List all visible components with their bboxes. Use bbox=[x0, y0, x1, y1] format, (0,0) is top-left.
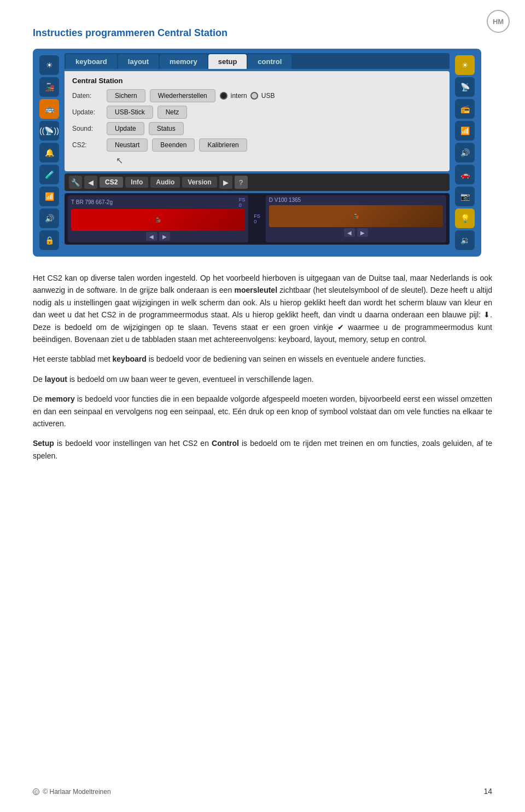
cs2-main: keyboard layout memory setup control Cen… bbox=[65, 53, 450, 252]
bold-layout: layout bbox=[45, 375, 67, 384]
tab-memory[interactable]: memory bbox=[160, 54, 207, 69]
copyright-icon: © bbox=[33, 788, 39, 795]
cs2-interface: ☀ 🚂 🚌 ((📡)) 🔔 🧪 📶 🔊 🔒 keyboard layout me… bbox=[33, 49, 481, 257]
row-update: Update: USB-Stick Netz bbox=[72, 106, 442, 119]
train-2-image: 🚂 bbox=[269, 205, 443, 227]
tab-layout[interactable]: layout bbox=[118, 54, 159, 69]
btn-neustart[interactable]: Neustart bbox=[107, 138, 148, 152]
btn-usb-stick[interactable]: USB-Stick bbox=[107, 106, 153, 119]
nav-btn-info[interactable]: Info bbox=[125, 177, 148, 188]
train-card-2: D V100 1365 🚂 ◀ ▶ bbox=[266, 195, 446, 242]
cursor-icon: ↖ bbox=[116, 155, 123, 166]
footer: © © Harlaar Modeltreinen bbox=[33, 788, 111, 796]
train-2-name: D V100 1365 bbox=[269, 197, 301, 203]
page-number: 14 bbox=[483, 787, 492, 796]
sidebar-icon-wifi[interactable]: 📶 bbox=[39, 187, 59, 206]
tab-keyboard[interactable]: keyboard bbox=[66, 54, 117, 69]
label-update: Update: bbox=[72, 108, 102, 116]
bold-memory: memory bbox=[45, 395, 74, 403]
train-1-controls: ◀ ▶ bbox=[71, 232, 245, 241]
train-1-fs: FS0 bbox=[239, 197, 246, 208]
row-sound: Sound: Update Status bbox=[72, 122, 442, 135]
sidebar-right-icon-volume[interactable]: 🔉 bbox=[455, 230, 475, 250]
btn-kalibrieren[interactable]: Kalibrieren bbox=[199, 138, 247, 152]
btn-netz[interactable]: Netz bbox=[158, 106, 188, 119]
nav-icon-arrow-left[interactable]: ◀ bbox=[84, 176, 97, 189]
panel-title: Central Station bbox=[72, 77, 442, 85]
cursor-row: ↖ bbox=[72, 155, 442, 166]
btn-update[interactable]: Update bbox=[107, 122, 144, 135]
bold-control: Control bbox=[212, 439, 239, 448]
cs2-sidebar-right: ☀ 📡 📻 📶 🔊 🚗 📷 💡 🔉 bbox=[453, 53, 477, 252]
sidebar-right-icon-antenna[interactable]: 📻 bbox=[455, 99, 475, 119]
nav-btn-cs2[interactable]: CS2 bbox=[100, 177, 123, 188]
footer-text: © Harlaar Modeltreinen bbox=[43, 788, 110, 796]
sidebar-right-icon-signal[interactable]: 📡 bbox=[455, 77, 475, 97]
cs2-tabs: keyboard layout memory setup control bbox=[65, 53, 450, 69]
sidebar-icon-sun[interactable]: ☀ bbox=[39, 55, 59, 75]
label-daten: Daten: bbox=[72, 92, 102, 100]
bold-moersleutel: moersleutel bbox=[234, 286, 277, 294]
cs2-setup-panel: Central Station Daten: Sichern Wiederher… bbox=[65, 71, 450, 171]
nav-icon-question[interactable]: ? bbox=[235, 176, 248, 189]
sidebar-icon-train[interactable]: 🚂 bbox=[39, 77, 59, 97]
train-1-image: 🚂 bbox=[71, 209, 245, 231]
btn-status[interactable]: Status bbox=[149, 122, 184, 135]
radio-group-daten: intern USB bbox=[220, 92, 275, 100]
sidebar-right-icon-sun[interactable]: ☀ bbox=[455, 55, 475, 75]
train-1-name: T BR 798 667-2g bbox=[71, 199, 113, 205]
train-2-controls: ◀ ▶ bbox=[269, 228, 443, 237]
label-sound: Sound: bbox=[72, 125, 102, 132]
row-cs2: CS2: Neustart Beenden Kalibrieren bbox=[72, 138, 442, 152]
sidebar-icon-lock[interactable]: 🔒 bbox=[39, 230, 59, 250]
nav-btn-audio[interactable]: Audio bbox=[150, 177, 180, 188]
page-title: Instructies programmeren Central Station bbox=[33, 27, 492, 39]
sidebar-right-icon-cam[interactable]: 📷 bbox=[455, 187, 475, 206]
tab-setup[interactable]: setup bbox=[208, 54, 247, 69]
sidebar-icon-signal[interactable]: ((📡)) bbox=[39, 121, 59, 141]
train-1-btn-back[interactable]: ◀ bbox=[146, 232, 157, 241]
btn-sichern[interactable]: Sichern bbox=[107, 89, 145, 102]
train-middle-fs: FS0 bbox=[252, 195, 262, 242]
paragraph-4: De memory is bedoeld voor functies die i… bbox=[33, 393, 492, 430]
paragraph-1: Het CS2 kan op diverse talen worden inge… bbox=[33, 272, 492, 345]
train-2-btn-back[interactable]: ◀ bbox=[344, 228, 355, 237]
radio-intern[interactable] bbox=[220, 92, 228, 100]
tab-control[interactable]: control bbox=[248, 54, 291, 69]
sidebar-icon-bus[interactable]: 🚌 bbox=[39, 99, 59, 119]
sidebar-right-icon-wifi[interactable]: 📶 bbox=[455, 121, 475, 141]
train-2-btn-forward[interactable]: ▶ bbox=[357, 228, 368, 237]
cs2-trains: T BR 798 667-2g FS0 🚂 ◀ ▶ FS0 D V100 136… bbox=[65, 193, 450, 245]
label-intern: intern bbox=[231, 92, 247, 100]
paragraph-3: De layout is bedoeld om uw baan weer te … bbox=[33, 373, 492, 385]
body-text: Het CS2 kan op diverse talen worden inge… bbox=[33, 272, 492, 462]
sidebar-right-icon-speaker[interactable]: 🔊 bbox=[455, 143, 475, 163]
sidebar-right-icon-light[interactable]: 💡 bbox=[455, 208, 475, 228]
sidebar-icon-bottle[interactable]: 🧪 bbox=[39, 165, 59, 184]
cs2-sidebar-left: ☀ 🚂 🚌 ((📡)) 🔔 🧪 📶 🔊 🔒 bbox=[37, 53, 61, 252]
cs2-nav-bar: 🔧 ◀ CS2 Info Audio Version ▶ ? bbox=[65, 173, 450, 191]
hm-logo: HM bbox=[487, 10, 510, 33]
label-usb: USB bbox=[261, 92, 275, 100]
row-daten: Daten: Sichern Wiederherstellen intern U… bbox=[72, 89, 442, 102]
nav-icon-arrow-right[interactable]: ▶ bbox=[219, 176, 232, 189]
sidebar-icon-sound[interactable]: 🔊 bbox=[39, 208, 59, 228]
paragraph-2: Het eerste tabblad met keyboard is bedoe… bbox=[33, 353, 492, 365]
btn-beenden[interactable]: Beenden bbox=[152, 138, 195, 152]
btn-wiederherstellen[interactable]: Wiederherstellen bbox=[150, 89, 215, 102]
nav-btn-version[interactable]: Version bbox=[182, 177, 217, 188]
bold-setup: Setup bbox=[33, 439, 54, 448]
label-cs2: CS2: bbox=[72, 141, 102, 149]
nav-icon-wrench[interactable]: 🔧 bbox=[69, 176, 82, 189]
train-card-1: T BR 798 667-2g FS0 🚂 ◀ ▶ bbox=[68, 195, 248, 242]
bold-keyboard: keyboard bbox=[113, 355, 147, 363]
paragraph-5: Setup is bedoeld voor instellingen van h… bbox=[33, 437, 492, 462]
radio-usb[interactable] bbox=[250, 92, 258, 100]
sidebar-right-icon-car[interactable]: 🚗 bbox=[455, 165, 475, 184]
train-1-btn-forward[interactable]: ▶ bbox=[159, 232, 170, 241]
sidebar-icon-bell[interactable]: 🔔 bbox=[39, 143, 59, 163]
